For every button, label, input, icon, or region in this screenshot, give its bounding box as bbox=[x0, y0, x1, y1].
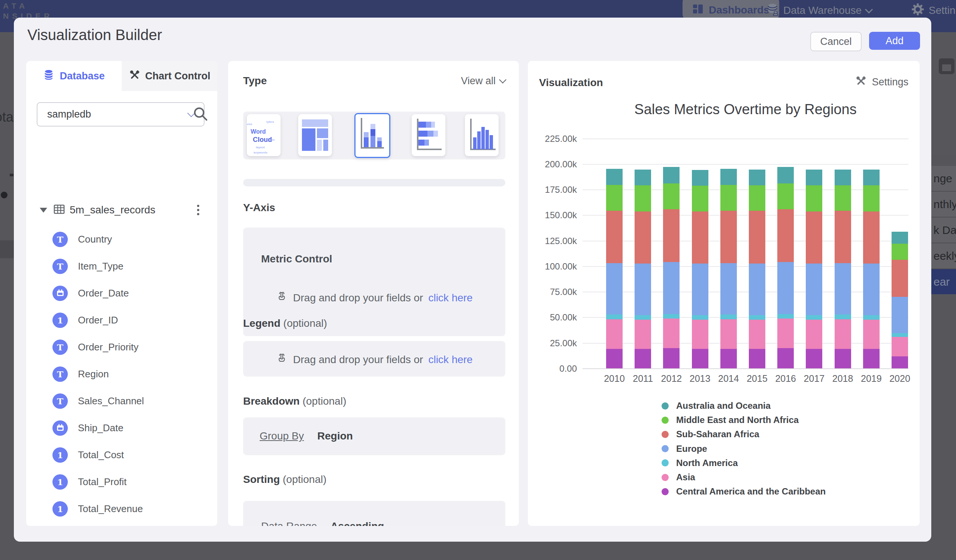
field-row-sales_channel[interactable]: TSales_Channel bbox=[26, 387, 217, 414]
bar-segment bbox=[892, 297, 908, 333]
field-row-order_date[interactable]: Order_Date bbox=[26, 280, 217, 307]
background-menu-item[interactable]: eekly bbox=[931, 243, 956, 269]
tab-chart-control[interactable]: Chart Control bbox=[122, 61, 217, 91]
bar-segment bbox=[749, 211, 765, 264]
chevron-down-icon bbox=[499, 76, 506, 83]
table-row-5m-sales-records[interactable]: 5m_sales_records bbox=[26, 200, 217, 220]
add-button[interactable]: Add bbox=[869, 32, 920, 50]
bar-segment bbox=[635, 212, 651, 264]
gridline bbox=[583, 164, 909, 165]
background-menu-item[interactable]: ear bbox=[931, 269, 956, 294]
bar-segment bbox=[892, 244, 908, 260]
y-axis-tick: 75.00k bbox=[528, 287, 577, 297]
tools-icon bbox=[129, 69, 140, 83]
search-icon[interactable] bbox=[193, 106, 208, 122]
kebab-menu-icon[interactable] bbox=[197, 205, 199, 215]
breakdown-box[interactable]: Group By Region bbox=[243, 417, 505, 455]
cancel-button[interactable]: Cancel bbox=[810, 32, 862, 51]
breakdown-heading: Breakdown (optional) bbox=[243, 395, 346, 407]
field-row-item_type[interactable]: TItem_Type bbox=[26, 253, 217, 280]
click-here-link[interactable]: click here bbox=[428, 292, 472, 304]
chart-type-strip: ness lytics Word Cloud layout min keywor… bbox=[243, 111, 505, 160]
database-select[interactable]: sampledb bbox=[37, 102, 204, 127]
chart-type-word-cloud[interactable]: ness lytics Word Cloud layout min keywor… bbox=[247, 114, 281, 156]
save-icon[interactable] bbox=[939, 58, 954, 74]
chart-type-stacked-bar[interactable] bbox=[412, 114, 445, 156]
x-axis-tick: 2017 bbox=[800, 373, 828, 384]
field-row-unit_cost[interactable]: 1Unit_Cost bbox=[26, 522, 217, 526]
settings-button[interactable]: Settings bbox=[855, 75, 909, 89]
legend-label: Australia and Oceania bbox=[676, 400, 770, 411]
x-axis-tick: 2012 bbox=[657, 373, 686, 384]
legend-item[interactable]: Central America and the Caribbean bbox=[662, 486, 825, 497]
database-icon bbox=[43, 69, 54, 83]
gridline bbox=[583, 317, 909, 318]
field-row-total_revenue[interactable]: 1Total_Revenue bbox=[26, 495, 217, 522]
field-row-order_priority[interactable]: TOrder_Priority bbox=[26, 334, 217, 361]
sorting-box[interactable]: Data Range Ascending bbox=[243, 501, 505, 526]
metric-control-title: Metric Control bbox=[261, 253, 332, 265]
bar-segment bbox=[692, 349, 708, 369]
chart-type-column[interactable] bbox=[465, 114, 498, 156]
tab-database[interactable]: Database bbox=[26, 61, 122, 91]
bar-segment bbox=[749, 169, 765, 185]
legend-label: Middle East and North Africa bbox=[676, 415, 799, 425]
legend-item[interactable]: Asia bbox=[662, 472, 695, 483]
legend-dot-icon bbox=[662, 402, 669, 409]
legend-dropzone[interactable]: Drag and drop your fields or click here bbox=[243, 341, 505, 376]
bar-segment bbox=[777, 348, 794, 368]
field-row-region[interactable]: TRegion bbox=[26, 361, 217, 387]
field-row-country[interactable]: TCountry bbox=[26, 226, 217, 253]
visualization-heading: Visualization bbox=[539, 77, 603, 89]
chart-type-stacked-column[interactable] bbox=[354, 113, 390, 158]
bar-segment bbox=[863, 320, 880, 349]
bar-2013 bbox=[692, 170, 708, 369]
background-menu-item[interactable]: nge bbox=[931, 166, 956, 191]
y-axis-tick: 50.00k bbox=[528, 312, 577, 323]
horizontal-scrollbar[interactable] bbox=[243, 179, 505, 187]
bar-segment bbox=[835, 319, 851, 349]
legend-item[interactable]: Europe bbox=[662, 444, 707, 454]
gridline bbox=[583, 190, 909, 190]
chart-type-treemap[interactable] bbox=[298, 114, 332, 156]
gridline bbox=[583, 266, 909, 267]
bar-segment bbox=[606, 211, 623, 263]
view-all-dropdown[interactable]: View all bbox=[461, 75, 505, 87]
bar-2016 bbox=[777, 167, 794, 369]
nav-item-dashboards[interactable]: Dashboards bbox=[682, 0, 779, 20]
legend-item[interactable]: Middle East and North Africa bbox=[662, 415, 799, 425]
field-row-order_id[interactable]: 1Order_ID bbox=[26, 307, 217, 334]
group-by-link[interactable]: Group By bbox=[259, 430, 304, 442]
bar-segment bbox=[749, 320, 765, 349]
background-menu-item[interactable]: k Date bbox=[931, 218, 956, 243]
legend-item[interactable]: North America bbox=[662, 458, 737, 468]
legend-item[interactable]: Sub-Saharan Africa bbox=[662, 429, 759, 439]
field-label: Order_Priority bbox=[78, 341, 138, 353]
visualization-builder-modal: Visualization Builder Cancel Add Databas… bbox=[14, 17, 931, 542]
bar-segment bbox=[863, 185, 880, 212]
bar-segment bbox=[663, 209, 679, 262]
bar-segment bbox=[863, 212, 880, 264]
field-row-ship_date[interactable]: Ship_Date bbox=[26, 414, 217, 441]
click-here-link[interactable]: click here bbox=[428, 354, 472, 366]
nav-item-settings[interactable]: Settin bbox=[911, 2, 956, 19]
field-row-total_profit[interactable]: 1Total_Profit bbox=[26, 468, 217, 495]
bar-segment bbox=[892, 260, 908, 296]
table-icon bbox=[53, 203, 65, 217]
bar-segment bbox=[606, 185, 623, 211]
nav-item-data-warehouse[interactable]: Data Warehouse bbox=[766, 2, 872, 19]
bar-segment bbox=[606, 349, 623, 369]
gridline bbox=[583, 215, 909, 216]
field-row-total_cost[interactable]: 1Total_Cost bbox=[26, 441, 217, 468]
field-label: Sales_Channel bbox=[78, 395, 144, 407]
legend-item[interactable]: Australia and Oceania bbox=[662, 400, 770, 411]
bar-segment bbox=[663, 167, 679, 184]
background-menu: ngenthlyk Dateeeklyear bbox=[931, 155, 956, 294]
dashboards-grid-icon bbox=[692, 3, 703, 17]
text-type-icon: T bbox=[52, 232, 68, 247]
bar-segment bbox=[835, 314, 851, 319]
legend-dot-icon bbox=[662, 445, 669, 452]
data-range-link[interactable]: Data Range bbox=[261, 520, 317, 526]
bar-segment bbox=[692, 212, 708, 264]
background-menu-item[interactable]: nthly bbox=[931, 191, 956, 218]
